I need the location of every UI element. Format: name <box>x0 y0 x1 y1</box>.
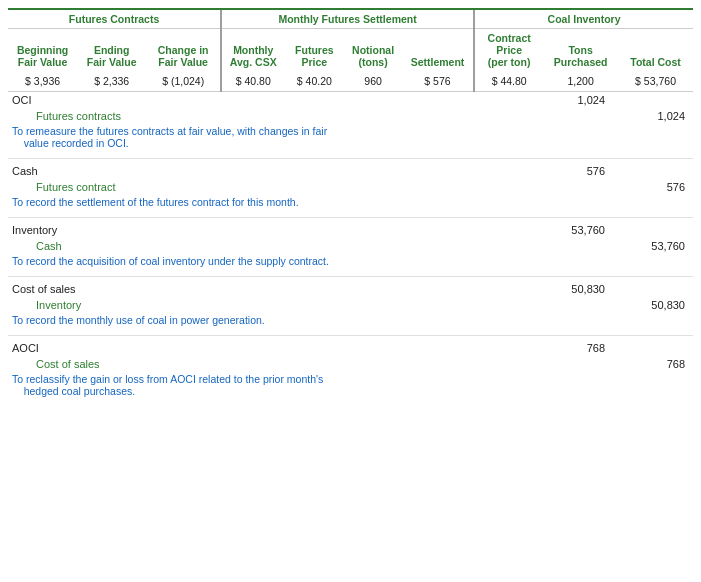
je4-note: To record the monthly use of coal in pow… <box>8 313 693 333</box>
cell-not: 960 <box>344 71 402 92</box>
je1-group: OCI 1,024 Futures contracts 1,024 To rem… <box>8 92 693 159</box>
main-container: Futures Contracts Monthly Futures Settle… <box>0 0 701 414</box>
je4-inventory-debit <box>533 297 613 301</box>
je1-note: To remeasure the futures contracts at fa… <box>8 124 693 156</box>
je2-group: Cash 576 Futures contract 576 To record … <box>8 163 693 218</box>
reference-table: Futures Contracts Monthly Futures Settle… <box>8 8 693 92</box>
cell-avg: $ 40.80 <box>221 71 284 92</box>
je4-inventory-row: Inventory 50,830 <box>8 297 693 313</box>
je4-inventory-credit: 50,830 <box>613 297 693 313</box>
je4-inventory-account: Inventory <box>8 297 533 313</box>
col-futures-price: FuturesPrice <box>284 29 344 72</box>
je2-futures-account: Futures contract <box>8 179 533 195</box>
col-monthly-avg: MonthlyAvg. CSX <box>221 29 284 72</box>
je1-futures-account: Futures contracts <box>8 108 533 124</box>
je1-oci-row: OCI 1,024 <box>8 92 693 108</box>
je5-aoci-credit <box>613 340 693 344</box>
je5-cos-credit: 768 <box>613 356 693 372</box>
je2-separator <box>8 217 693 218</box>
je1-futures-credit: 1,024 <box>613 108 693 124</box>
cell-efv: $ 2,336 <box>77 71 146 92</box>
je2-cash-credit <box>613 163 693 167</box>
je5-aoci-debit: 768 <box>533 340 613 356</box>
je3-cash-credit: 53,760 <box>613 238 693 254</box>
je4-group: Cost of sales 50,830 Inventory 50,830 To… <box>8 281 693 336</box>
futures-contracts-header: Futures Contracts <box>8 9 221 29</box>
col-tons-purchased: TonsPurchased <box>543 29 618 72</box>
je4-cos-row: Cost of sales 50,830 <box>8 281 693 297</box>
je3-inventory-credit <box>613 222 693 226</box>
je5-aoci-row: AOCI 768 <box>8 340 693 356</box>
je3-cash-account: Cash <box>8 238 533 254</box>
monthly-futures-header: Monthly Futures Settlement <box>221 9 474 29</box>
je5-group: AOCI 768 Cost of sales 768 To reclassify… <box>8 340 693 404</box>
je1-oci-debit: 1,024 <box>533 92 613 108</box>
je3-inventory-row: Inventory 53,760 <box>8 222 693 238</box>
cell-bfv: $ 3,936 <box>8 71 77 92</box>
col-contract-price: ContractPrice(per ton) <box>474 29 543 72</box>
coal-inventory-header: Coal Inventory <box>474 9 693 29</box>
cell-tc: $ 53,760 <box>618 71 693 92</box>
cell-set: $ 576 <box>402 71 474 92</box>
je2-cash-account: Cash <box>8 163 533 179</box>
je3-note: To record the acquisition of coal invent… <box>8 254 693 274</box>
je3-separator <box>8 276 693 277</box>
je5-cos-row: Cost of sales 768 <box>8 356 693 372</box>
cell-cpp: $ 44.80 <box>474 71 543 92</box>
je5-note: To reclassify the gain or loss from AOCI… <box>8 372 693 404</box>
col-notional: Notional(tons) <box>344 29 402 72</box>
col-beginning-fair-value: BeginningFair Value <box>8 29 77 72</box>
col-change-fair-value: Change inFair Value <box>146 29 221 72</box>
je3-inventory-account: Inventory <box>8 222 533 238</box>
cell-tons: 1,200 <box>543 71 618 92</box>
je2-cash-row: Cash 576 <box>8 163 693 179</box>
je4-cos-debit: 50,830 <box>533 281 613 297</box>
je2-note: To record the settlement of the futures … <box>8 195 693 215</box>
col-total-cost: Total Cost <box>618 29 693 72</box>
je1-oci-credit <box>613 92 693 96</box>
je3-group: Inventory 53,760 Cash 53,760 To record t… <box>8 222 693 277</box>
je1-futures-row: Futures contracts 1,024 <box>8 108 693 124</box>
je2-cash-debit: 576 <box>533 163 613 179</box>
je3-cash-row: Cash 53,760 <box>8 238 693 254</box>
je3-cash-debit <box>533 238 613 242</box>
data-row: $ 3,936 $ 2,336 $ (1,024) $ 40.80 $ 40.2… <box>8 71 693 92</box>
cell-fp: $ 40.20 <box>284 71 344 92</box>
je1-oci-account: OCI <box>8 92 533 108</box>
je5-aoci-account: AOCI <box>8 340 533 356</box>
je5-cos-account: Cost of sales <box>8 356 533 372</box>
journal-entries-container: OCI 1,024 Futures contracts 1,024 To rem… <box>8 92 693 404</box>
cell-cfv: $ (1,024) <box>146 71 221 92</box>
je4-separator <box>8 335 693 336</box>
je2-futures-row: Futures contract 576 <box>8 179 693 195</box>
je2-futures-debit <box>533 179 613 183</box>
je5-cos-debit <box>533 356 613 360</box>
je2-futures-credit: 576 <box>613 179 693 195</box>
je1-separator <box>8 158 693 159</box>
je3-inventory-debit: 53,760 <box>533 222 613 238</box>
je4-cos-account: Cost of sales <box>8 281 533 297</box>
col-ending-fair-value: EndingFair Value <box>77 29 146 72</box>
je4-cos-credit <box>613 281 693 285</box>
je1-futures-debit <box>533 108 613 112</box>
col-settlement: Settlement <box>402 29 474 72</box>
